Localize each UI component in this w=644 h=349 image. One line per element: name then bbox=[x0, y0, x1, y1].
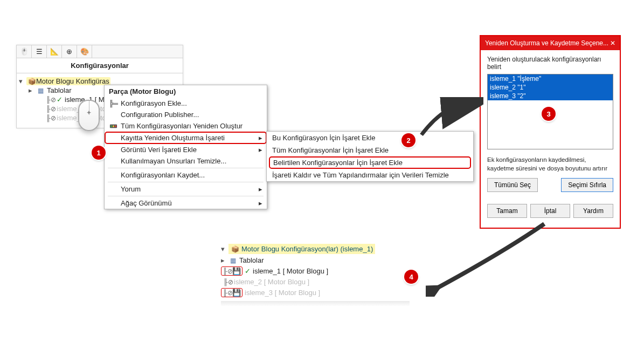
menu-appearance[interactable]: Görüntü Veri İşareti Ekle ▸ bbox=[105, 144, 267, 155]
tab-list-icon[interactable]: ☰ bbox=[32, 45, 47, 58]
submenu-remove-mark[interactable]: İşareti Kaldır ve Tüm Yapılandırmalar iç… bbox=[267, 169, 473, 181]
dialog-subtitle: Yeniden oluşturulacak konfigürasyonları … bbox=[487, 56, 613, 71]
root-label: Motor Blogu Konfigüras bbox=[36, 77, 109, 85]
mark-icon: ╟⊘ bbox=[223, 268, 231, 275]
mark-icon: ╟⊘ bbox=[46, 114, 54, 122]
traffic-icon: 🚥 bbox=[109, 122, 117, 130]
table-icon: ▦ bbox=[36, 87, 45, 94]
result-root[interactable]: ▾ 📦 Motor Blogu Konfigürasyon(lar) (isle… bbox=[221, 243, 410, 255]
help-button[interactable]: Yardım bbox=[573, 204, 613, 218]
tab-cursor-icon[interactable]: 🖱️ bbox=[17, 45, 32, 58]
mouse-icon bbox=[78, 100, 100, 131]
configs-icon: 📦 bbox=[27, 78, 36, 85]
context-menu: Parça (Motor Blogu) ╠═ Konfigürasyon Ekl… bbox=[104, 85, 267, 209]
badge-1: 1 bbox=[92, 146, 106, 160]
check-icon: ✓ bbox=[57, 95, 63, 104]
tab-ruler-icon[interactable]: 📐 bbox=[47, 45, 62, 58]
chevron-right-icon: ▸ bbox=[259, 134, 262, 142]
result-row-1[interactable]: ╟⊘ 💾 ✓ isleme_1 [ Motor Blogu ] bbox=[221, 265, 410, 277]
badge-4: 4 bbox=[404, 270, 418, 284]
panel-title: Konfigürasyonlar bbox=[17, 58, 183, 73]
dialog-titlebar: Yeniden Oluşturma ve Kaydetme Seçene... … bbox=[481, 36, 620, 50]
panel-tabs: 🖱️ ☰ 📐 ⊕ 🎨 bbox=[17, 45, 183, 58]
menu-title: Parça (Motor Blogu) bbox=[105, 85, 267, 98]
badge-3: 3 bbox=[542, 107, 556, 121]
menu-separator bbox=[108, 196, 264, 196]
select-all-button[interactable]: Tümünü Seç bbox=[487, 178, 538, 192]
dialog-hint: Ek konfigürasyonların kaydedilmesi, kayd… bbox=[487, 156, 613, 173]
chevron-right-icon: ▸ bbox=[259, 185, 262, 193]
list-item[interactable]: isleme_2 "1" bbox=[488, 83, 613, 92]
menu-save[interactable]: Konfigürasyonları Kaydet... bbox=[105, 169, 267, 181]
menu-purge[interactable]: Kullanılmayan Unsurları Temizle... bbox=[105, 155, 267, 167]
menu-add-config[interactable]: ╠═ Konfigürasyon Ekle... bbox=[105, 98, 267, 109]
tab-palette-icon[interactable]: 🎨 bbox=[77, 45, 92, 58]
list-item[interactable]: isleme_3 "2" bbox=[488, 92, 613, 100]
submenu-specified-configs[interactable]: Belirtilen Konfigürasyonlar İçin İşaret … bbox=[269, 156, 471, 169]
menu-separator bbox=[108, 182, 264, 182]
chevron-right-icon: ▸ bbox=[259, 199, 262, 207]
table-icon: ▦ bbox=[228, 257, 237, 264]
disk-icon: 💾 bbox=[232, 289, 241, 297]
ok-button[interactable]: Tamam bbox=[487, 204, 527, 218]
result-tables[interactable]: ▸ ▦ Tablolar bbox=[221, 255, 410, 265]
badge-2: 2 bbox=[401, 133, 416, 147]
disk-icon: 💾 bbox=[232, 267, 241, 275]
result-row-3[interactable]: ╟⊘ 💾 isleme_3 [ Motor Blogu ] bbox=[221, 287, 410, 298]
rebuild-save-dialog: Yeniden Oluşturma ve Kaydetme Seçene... … bbox=[480, 35, 621, 229]
menu-save-mark[interactable]: Kayıtta Yeniden Oluşturma İşareti ▸ bbox=[105, 132, 267, 144]
cancel-button[interactable]: İptal bbox=[530, 204, 570, 218]
tables-label: Tablolar bbox=[47, 86, 72, 94]
check-icon: ✓ bbox=[245, 267, 251, 275]
menu-separator bbox=[108, 168, 264, 168]
mark-icon: ╟⊘ bbox=[223, 289, 231, 297]
result-tree: ▾ 📦 Motor Blogu Konfigürasyon(lar) (isle… bbox=[221, 243, 410, 298]
submenu-all-configs[interactable]: Tüm Konfigürasyonlar İçin İşaret Ekle bbox=[267, 144, 473, 156]
mark-icon: ╟⊘ bbox=[46, 96, 54, 104]
close-icon[interactable]: ✕ bbox=[610, 39, 615, 47]
chevron-right-icon: ▸ bbox=[259, 146, 262, 154]
mark-icon: ╟⊘ bbox=[46, 105, 54, 113]
shadow bbox=[221, 301, 410, 306]
dialog-title-text: Yeniden Oluşturma ve Kaydetme Seçene... bbox=[485, 39, 608, 47]
menu-rebuild-all[interactable]: 🚥 Tüm Konfigürasyonları Yeniden Oluştur bbox=[105, 120, 267, 132]
arrow-2 bbox=[426, 221, 550, 297]
arrow-1 bbox=[419, 97, 483, 146]
reset-selection-button[interactable]: Seçimi Sıfırla bbox=[561, 178, 613, 192]
menu-comment[interactable]: Yorum ▸ bbox=[105, 183, 267, 195]
branch-icon: ╠═ bbox=[109, 100, 117, 107]
menu-publisher[interactable]: Configuration Publisher... bbox=[105, 109, 267, 120]
result-row-2[interactable]: ╟⊘ isleme_2 [ Motor Blogu ] bbox=[221, 277, 410, 287]
mark-icon: ╟⊘ bbox=[223, 278, 232, 286]
result-root-label: Motor Blogu Konfigürasyon(lar) (isleme_1… bbox=[241, 245, 373, 253]
configs-icon: 📦 bbox=[231, 245, 239, 253]
tab-target-icon[interactable]: ⊕ bbox=[62, 45, 77, 58]
list-item[interactable]: isleme_1 "İşleme" bbox=[488, 74, 613, 83]
menu-tree[interactable]: Ağaç Görünümü ▸ bbox=[105, 197, 267, 209]
